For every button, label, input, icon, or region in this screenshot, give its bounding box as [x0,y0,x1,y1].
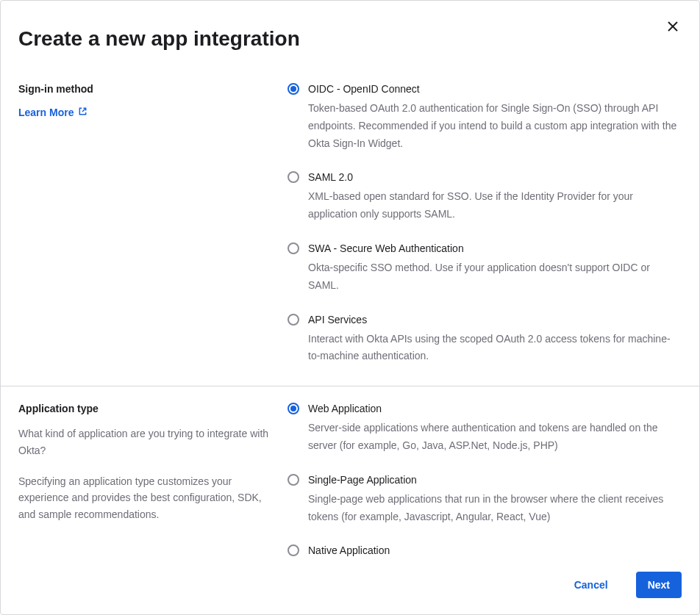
radio-input [288,544,299,556]
option-body: Single-Page Application Single-page web … [308,472,682,526]
section-application-type: Application type What kind of applicatio… [1,386,699,558]
option-desc: Okta-specific SSO method. Use if your ap… [308,259,682,295]
radio-input [288,314,299,326]
radio-option-native-application[interactable]: Native Application Desktop or mobile app… [288,543,682,558]
help-text: What kind of application are you trying … [18,425,270,458]
section-sign-in-method: Sign-in method Learn More [1,67,699,386]
dialog-title: Create a new app integration [1,1,699,67]
option-desc: Server-side applications where authentic… [308,420,682,455]
radio-input [288,242,299,254]
option-desc: Interact with Okta APIs using the scoped… [308,331,682,366]
radio-input [288,474,299,486]
option-desc: Single-page web applications that run in… [308,491,682,526]
option-body: OIDC - OpenID Connect Token-based OAuth … [308,82,682,152]
application-type-heading: Application type [18,401,270,417]
section-left: Application type What kind of applicatio… [18,401,288,558]
learn-more-link[interactable]: Learn More [18,107,88,118]
sign-in-method-heading: Sign-in method [18,82,270,97]
section-right: Web Application Server-side applications… [288,401,682,558]
option-title: Web Application [308,401,682,417]
option-title: OIDC - OpenID Connect [308,82,682,97]
close-button[interactable] [665,20,680,35]
radio-option-web-application[interactable]: Web Application Server-side applications… [288,401,682,455]
radio-option-swa[interactable]: SWA - Secure Web Authentication Okta-spe… [288,241,682,295]
radio-input [288,403,299,414]
option-body: API Services Interact with Okta APIs usi… [308,312,682,366]
option-title: SAML 2.0 [308,170,682,185]
cancel-button[interactable]: Cancel [562,572,620,598]
create-app-integration-dialog: Create a new app integration Sign-in met… [1,1,699,614]
radio-option-saml[interactable]: SAML 2.0 XML-based open standard for SSO… [288,170,682,223]
close-icon [667,24,679,35]
option-title: Native Application [308,543,682,558]
next-button[interactable]: Next [636,572,682,598]
help-text: Specifying an application type customize… [18,473,270,522]
option-title: SWA - Secure Web Authentication [308,241,682,256]
option-body: SAML 2.0 XML-based open standard for SSO… [308,170,682,223]
option-body: SWA - Secure Web Authentication Okta-spe… [308,241,682,295]
dialog-content: Sign-in method Learn More [1,67,699,558]
radio-option-single-page-application[interactable]: Single-Page Application Single-page web … [288,472,682,526]
radio-option-oidc[interactable]: OIDC - OpenID Connect Token-based OAuth … [288,82,682,152]
radio-option-api-services[interactable]: API Services Interact with Okta APIs usi… [288,312,682,366]
dialog-footer: Cancel Next [1,558,699,614]
section-right: OIDC - OpenID Connect Token-based OAuth … [288,82,682,365]
option-title: API Services [308,312,682,328]
option-desc: Token-based OAuth 2.0 authentication for… [308,100,682,152]
option-desc: XML-based open standard for SSO. Use if … [308,188,682,223]
option-body: Native Application Desktop or mobile app… [308,543,682,558]
radio-input [288,83,299,95]
external-link-icon [78,107,88,118]
learn-more-label: Learn More [18,107,74,118]
radio-input [288,171,299,183]
option-title: Single-Page Application [308,472,682,488]
section-left: Sign-in method Learn More [18,82,288,365]
option-body: Web Application Server-side applications… [308,401,682,455]
